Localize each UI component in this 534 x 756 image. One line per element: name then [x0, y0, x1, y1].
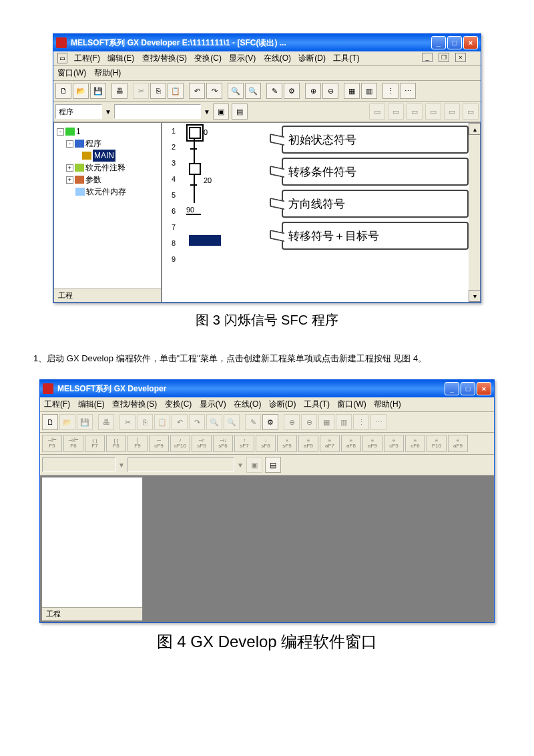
paste-button[interactable]: 📋 — [168, 83, 184, 99]
tree-param[interactable]: 参数 — [85, 174, 101, 186]
row-5: 5 — [162, 191, 178, 207]
menu-online[interactable]: 在线(O) — [264, 53, 291, 63]
menu-diag[interactable]: 诊断(D) — [298, 53, 326, 63]
undo-button[interactable]: ↶ — [189, 83, 205, 99]
tree-comment[interactable]: 软元件注释 — [85, 162, 125, 174]
tool-f[interactable]: ⋯ — [400, 83, 416, 99]
save-button[interactable]: 💾 — [77, 414, 93, 430]
program-select[interactable]: 程序 — [55, 104, 102, 119]
new-button[interactable]: 🗋 — [42, 414, 58, 430]
minimize-button[interactable]: _ — [431, 36, 446, 49]
menu-find[interactable]: 查找/替换(S) — [142, 53, 187, 63]
sysmenu-icon[interactable]: ▭ — [57, 53, 67, 63]
tool-c[interactable]: ▦ — [344, 83, 360, 99]
nav-b[interactable]: ▤ — [265, 457, 281, 473]
tool-a[interactable]: ✎ — [266, 83, 282, 99]
menu-diag[interactable]: 诊断(D) — [269, 399, 296, 409]
row-4: 4 — [162, 175, 178, 191]
nav-b[interactable]: ▤ — [232, 104, 248, 120]
sfc-editor[interactable]: 1 2 3 4 5 6 7 8 9 0 20 90 初始状态符号 — [162, 122, 481, 303]
tree-program[interactable]: 程序 — [85, 138, 101, 150]
mdi-restore[interactable]: ❐ — [439, 53, 449, 62]
zoom-in-button[interactable]: ⊕ — [305, 83, 321, 99]
tree-tab[interactable]: 工程 — [42, 607, 142, 620]
titlebar: MELSOFT系列 GX Developer E:\1111111\1 - [S… — [53, 34, 481, 51]
maximize-button[interactable]: □ — [461, 382, 475, 395]
k6: ▭ — [463, 104, 479, 120]
menu-help[interactable]: 帮助(H) — [374, 399, 401, 409]
menu-window[interactable]: 窗口(W) — [337, 399, 366, 409]
expand-icon[interactable]: + — [66, 176, 73, 184]
mdi-min[interactable]: _ — [422, 53, 433, 62]
open-button[interactable]: 📂 — [73, 83, 89, 99]
vscrollbar[interactable]: ▴ ▾ — [469, 123, 480, 302]
f5-key: ⊣⊢F5 — [42, 435, 62, 452]
redo-button[interactable]: ↷ — [206, 83, 222, 99]
menu-help[interactable]: 帮助(H) — [94, 68, 121, 77]
menu-convert[interactable]: 变换(C) — [194, 53, 222, 63]
close-button[interactable]: × — [477, 382, 491, 395]
instruction-text: 1、启动 GX Develop 编程软件，单击"工程"菜单，点击创建新工程菜单项… — [33, 351, 501, 366]
nav-a[interactable]: ▣ — [213, 104, 229, 120]
copy-button[interactable]: ⎘ — [150, 83, 166, 99]
menu-find[interactable]: 查找/替换(S) — [112, 399, 157, 409]
menu-view[interactable]: 显示(V) — [200, 399, 226, 409]
tool-f: ⋯ — [370, 414, 386, 430]
cf10-key: /cF10 — [170, 435, 190, 452]
open-button[interactable]: 📂 — [59, 414, 75, 430]
menu-view[interactable]: 显示(V) — [229, 53, 256, 63]
menubar-2: 窗口(W) 帮助(H) — [53, 66, 481, 81]
tree-main[interactable]: MAIN — [93, 150, 115, 162]
close-button[interactable]: × — [463, 36, 478, 49]
menu-project[interactable]: 工程(F) — [44, 399, 70, 409]
zoom-out-button[interactable]: ⊖ — [322, 83, 338, 99]
scroll-up-icon[interactable]: ▴ — [469, 123, 481, 135]
menubar: 工程(F) 编辑(E) 查找/替换(S) 变换(C) 显示(V) 在线(O) 诊… — [40, 397, 494, 412]
hscrollbar[interactable]: ◂ ▸ — [162, 302, 480, 303]
step-select[interactable] — [114, 104, 201, 119]
tree-tab[interactable]: 工程 — [54, 289, 161, 302]
app-icon — [56, 37, 67, 48]
menu-edit[interactable]: 编辑(E) — [78, 399, 105, 409]
program-select — [42, 457, 115, 472]
tool-b[interactable]: ⚙ — [262, 414, 278, 430]
scroll-down-icon[interactable]: ▾ — [469, 290, 481, 302]
print-button[interactable]: 🖶 — [98, 414, 114, 430]
sfc-diagram[interactable]: 0 20 90 初始状态符号 转移条件符号 方向线符号 转移符号＋目标号 — [178, 123, 469, 302]
menu-tools[interactable]: 工具(T) — [333, 53, 359, 63]
find2-button[interactable]: 🔍 — [245, 83, 261, 99]
save-button[interactable]: 💾 — [90, 83, 106, 99]
file-icon — [82, 152, 91, 160]
tool-d[interactable]: ▥ — [361, 83, 377, 99]
tool-e[interactable]: ⋮ — [382, 83, 398, 99]
folder-icon — [75, 176, 84, 184]
menu-project[interactable]: 工程(F) — [74, 53, 100, 63]
tool-e: ⋮ — [353, 414, 369, 430]
selected-step[interactable] — [189, 235, 221, 246]
menu-tools[interactable]: 工具(T) — [304, 399, 330, 409]
menu-edit[interactable]: 编辑(E) — [107, 53, 134, 63]
tree-devmem[interactable]: 软元件内存 — [86, 186, 126, 198]
menu-convert[interactable]: 变换(C) — [165, 399, 192, 409]
new-button[interactable]: 🗋 — [55, 83, 71, 99]
dropdown-icon[interactable]: ▼ — [105, 108, 111, 116]
expand-icon[interactable]: + — [66, 164, 73, 172]
mdi-area — [144, 476, 494, 622]
menu-online[interactable]: 在线(O) — [234, 399, 261, 409]
minimize-button[interactable]: _ — [445, 382, 459, 395]
maximize-button[interactable]: □ — [447, 36, 462, 49]
dropdown2-icon[interactable]: ▼ — [204, 108, 210, 116]
dropdown-icon: ▼ — [118, 461, 125, 469]
menu-window[interactable]: 窗口(W) — [57, 68, 86, 77]
find-button: 🔍 — [206, 414, 222, 430]
expand-icon[interactable]: - — [57, 128, 64, 136]
tool-b[interactable]: ⚙ — [284, 83, 300, 99]
mdi-close[interactable]: × — [455, 53, 466, 62]
callout-initial: 初始状态符号 — [282, 126, 469, 154]
callout-group: 初始状态符号 转移条件符号 方向线符号 转移符号＋目标号 — [282, 126, 469, 254]
expand-icon[interactable]: - — [66, 140, 73, 148]
find-button[interactable]: 🔍 — [228, 83, 244, 99]
cut-button[interactable]: ✂ — [133, 83, 149, 99]
tree-root[interactable]: 1 — [76, 126, 81, 138]
print-button[interactable]: 🖶 — [111, 83, 127, 99]
